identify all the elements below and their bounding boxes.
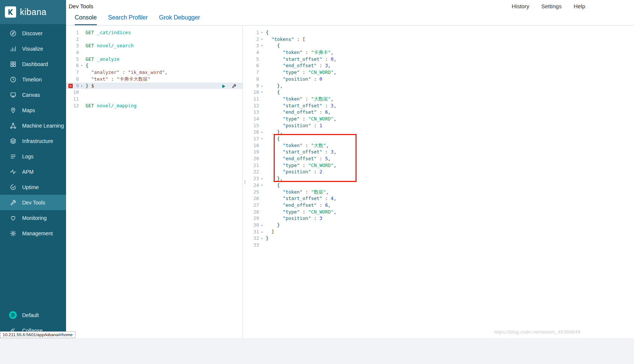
fold-toggle-icon[interactable]: ▾ (261, 182, 263, 189)
code-line[interactable]: 3GET novel/_search (66, 42, 242, 49)
line-number: 11 (66, 96, 83, 102)
code-line[interactable]: 11 "token" : "大数据", (247, 96, 634, 102)
line-number: 4 (247, 49, 264, 56)
line-number: 20 (247, 155, 264, 162)
sidebar-item-management[interactable]: Management (0, 226, 66, 241)
code-line[interactable]: 17▾ { (247, 135, 634, 142)
sidebar-item-monitoring[interactable]: Monitoring (0, 210, 66, 226)
code-line[interactable]: 11 (66, 96, 242, 102)
code-line[interactable]: 10 (66, 89, 242, 96)
code-text: { (264, 182, 280, 189)
code-line[interactable]: 14 "type" : "CN_WORD", (247, 116, 634, 122)
code-line[interactable]: 19 "start_offset" : 3, (247, 149, 634, 155)
code-line[interactable]: 16▴ }, (247, 129, 634, 135)
code-line[interactable]: 21 "type" : "CN_WORD", (247, 162, 634, 169)
code-line[interactable]: 31▴ ] (247, 229, 634, 235)
sidebar-item-infrastructure[interactable]: Infrastructure (0, 133, 66, 149)
line-number: 23▴ (247, 175, 264, 182)
sidebar-item-default-space[interactable]: D Default (0, 307, 66, 323)
code-line[interactable]: 22 "position" : 2 (247, 168, 634, 175)
code-line[interactable]: 30▴ } (247, 222, 634, 229)
sidebar-item-label: Infrastructure (22, 138, 53, 144)
code-line[interactable]: 5 "start_offset" : 0, (247, 56, 634, 63)
code-line[interactable]: 33 (247, 242, 634, 248)
line-number: 15 (247, 122, 264, 129)
tab-search-profiler[interactable]: Search Profiler (108, 14, 148, 25)
code-line[interactable]: 28 "type" : "CN_WORD", (247, 209, 634, 215)
code-line[interactable]: 6 "end_offset" : 3, (247, 62, 634, 69)
kibana-logo[interactable]: kibana (0, 0, 66, 24)
code-line[interactable]: 20 "end_offset" : 5, (247, 155, 634, 162)
code-text (83, 49, 86, 56)
tab-console[interactable]: Console (75, 14, 97, 25)
code-text: "type" : "CN_WORD", (264, 69, 336, 76)
code-line[interactable]: 24▾ { (247, 182, 634, 189)
pane-resize-handle[interactable]: ⋮ (242, 26, 247, 338)
sidebar-item-uptime[interactable]: Uptime (0, 179, 66, 195)
topbar-link-help[interactable]: Help (574, 3, 585, 9)
console-editor-pane[interactable]: 1GET _cat/indices23GET novel/_search45GE… (66, 26, 242, 338)
code-line[interactable]: 32▴} (247, 235, 634, 242)
topbar-link-settings[interactable]: Settings (541, 3, 562, 9)
sidebar-item-logs[interactable]: Logs (0, 149, 66, 164)
code-text (264, 242, 266, 248)
code-line[interactable]: ×9▴} $ (66, 83, 242, 89)
fold-toggle-icon[interactable]: ▴ (261, 83, 263, 89)
code-line[interactable]: 12GET novel/_mapping (66, 102, 242, 109)
sidebar-item-discover[interactable]: Discover (0, 26, 66, 41)
code-line[interactable]: 4 (66, 49, 242, 56)
console-response-pane[interactable]: 1▾{2▾ "tokens" : [3▾ {4 "token" : "卡弗卡",… (247, 26, 634, 338)
code-line[interactable]: 13 "end_offset" : 6, (247, 109, 634, 116)
sidebar-item-dashboard[interactable]: Dashboard (0, 56, 66, 72)
fold-toggle-icon[interactable]: ▾ (261, 89, 263, 96)
code-line[interactable]: 6▾{ (66, 62, 242, 69)
code-line[interactable]: 9▴ }, (247, 83, 634, 89)
code-line[interactable]: 18 "token" : "大数", (247, 142, 634, 149)
code-text: "token" : "大数", (264, 142, 329, 149)
sidebar-item-timelion[interactable]: Timelion (0, 72, 66, 87)
code-line[interactable]: 1▾{ (247, 29, 634, 36)
code-line[interactable]: 4 "token" : "卡弗卡", (247, 49, 634, 56)
code-line[interactable]: 10▾ { (247, 89, 634, 96)
code-line[interactable]: 25 "token" : "数据", (247, 189, 634, 196)
fold-toggle-icon[interactable]: ▾ (81, 62, 83, 69)
code-line[interactable]: 7 "analyzer" : "ik_max_word", (66, 69, 242, 76)
code-line[interactable]: 7 "type" : "CN_WORD", (247, 69, 634, 76)
code-line[interactable]: 12 "start_offset" : 3, (247, 102, 634, 109)
fold-toggle-icon[interactable]: ▴ (261, 175, 263, 182)
dev-tools-icon (10, 199, 17, 206)
code-line[interactable]: 8 "text" : "卡弗卡大数据" (66, 76, 242, 83)
sidebar-item-label: Management (22, 230, 53, 236)
fold-toggle-icon[interactable]: ▴ (261, 229, 263, 235)
code-line[interactable]: 1GET _cat/indices (66, 29, 242, 36)
sidebar-item-visualize[interactable]: Visualize (0, 41, 66, 56)
fold-toggle-icon[interactable]: ▴ (261, 129, 263, 135)
fold-toggle-icon[interactable]: ▾ (261, 42, 263, 49)
fold-toggle-icon[interactable]: ▴ (261, 235, 263, 242)
sidebar-item-maps[interactable]: Maps (0, 102, 66, 118)
sidebar-nav: DiscoverVisualizeDashboardTimelionCanvas… (0, 26, 66, 241)
fold-toggle-icon[interactable]: ▾ (261, 36, 263, 43)
code-line[interactable]: 29 "position" : 3 (247, 215, 634, 222)
topbar-link-history[interactable]: History (512, 3, 529, 9)
fold-toggle-icon[interactable]: ▾ (261, 29, 263, 36)
sidebar-item-apm[interactable]: APM (0, 164, 66, 179)
code-text: { (264, 42, 280, 49)
fold-toggle-icon[interactable]: ▾ (261, 135, 263, 142)
code-line[interactable]: 2 (66, 36, 242, 43)
code-line[interactable]: 27 "end_offset" : 6, (247, 202, 634, 209)
code-line[interactable]: 26 "start_offset" : 4, (247, 195, 634, 202)
sidebar-item-canvas[interactable]: Canvas (0, 87, 66, 102)
uptime-icon (10, 184, 17, 191)
code-line[interactable]: 15 "position" : 1 (247, 122, 634, 129)
code-line[interactable]: 8 "position" : 0 (247, 76, 634, 83)
code-line[interactable]: 5GET _analyze (66, 56, 242, 63)
sidebar-item-machine-learning[interactable]: Machine Learning (0, 118, 66, 133)
code-line[interactable]: 2▾ "tokens" : [ (247, 36, 634, 43)
code-line[interactable]: 23▴ }, (247, 175, 634, 182)
tab-grok-debugger[interactable]: Grok Debugger (159, 14, 200, 25)
fold-toggle-icon[interactable]: ▴ (81, 83, 83, 89)
sidebar-item-dev-tools[interactable]: Dev Tools (0, 195, 66, 210)
code-line[interactable]: 3▾ { (247, 42, 634, 49)
fold-toggle-icon[interactable]: ▴ (261, 222, 263, 229)
